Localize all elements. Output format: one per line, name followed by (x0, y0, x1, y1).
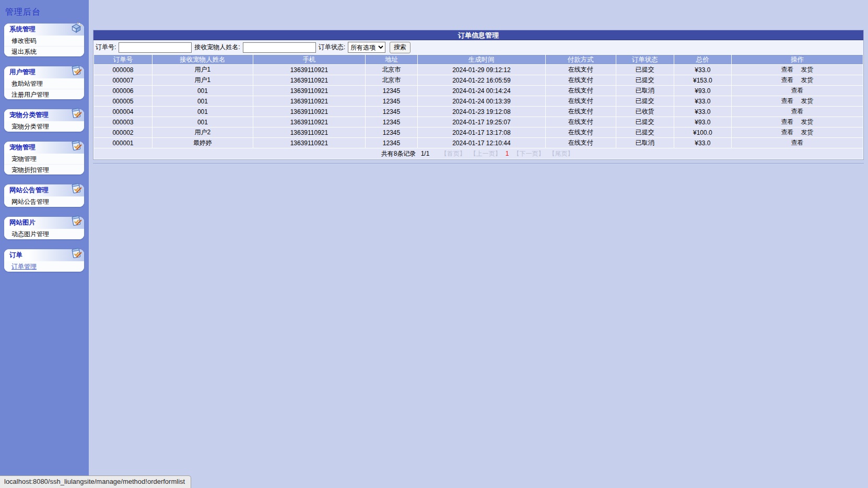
action-view-link[interactable]: 查看 (781, 66, 794, 73)
sidebar-item[interactable]: 宠物折扣管理 (4, 164, 84, 175)
status-select[interactable]: 所有选项 (348, 42, 385, 53)
cell-total-price: ¥33.0 (674, 107, 731, 117)
cell-order-no: 000004 (94, 107, 153, 117)
cell-actions: 查看 (732, 138, 863, 148)
panel-title-system: 系统管理 (9, 26, 36, 33)
action-view-link[interactable]: 查看 (791, 139, 804, 146)
cell-total-price: ¥100.0 (674, 127, 731, 138)
table-row: 000005 001 13639110921 12345 2024-01-24 … (94, 96, 863, 107)
sidebar-item[interactable]: 动态图片管理 (4, 229, 84, 239)
cell-phone: 13639110921 (253, 138, 365, 148)
cell-order-status: 已收货 (616, 107, 674, 117)
table-row: 000003 001 13639110921 12345 2024-01-17 … (94, 117, 863, 127)
cell-order-status: 已取消 (616, 138, 674, 148)
panel-title-orders: 订单 (9, 251, 22, 259)
sidebar-item[interactable]: 宠物分类管理 (4, 121, 84, 132)
cell-created-time: 2024-01-17 13:17:08 (418, 127, 546, 138)
action-ship-link[interactable]: 发货 (801, 129, 814, 136)
clipboard-edit-icon (70, 64, 83, 77)
clipboard-edit-icon (70, 140, 83, 152)
table-row: 000004 001 13639110921 12345 2024-01-23 … (94, 107, 863, 117)
main-content: 订单信息管理 订单号: 接收宠物人姓名: 订单状态: 所有选项 搜索 订单号接收… (89, 0, 868, 488)
cell-order-status: 已提交 (616, 75, 674, 86)
cell-order-no: 000002 (94, 127, 153, 138)
table-header-row: 订单号接收宠物人姓名手机地址生成时间付款方式订单状态总价操作 (94, 55, 863, 65)
sidebar-item[interactable]: 订单管理 (4, 261, 84, 272)
sidebar: 管理后台 系统管理 修改密码退出系统 用户管理 救助站管理注册用户管理 宠物分类… (0, 0, 89, 488)
action-ship-link[interactable]: 发货 (801, 97, 814, 104)
cell-payment-method: 在线支付 (545, 86, 616, 96)
cell-payment-method: 在线支付 (545, 107, 616, 117)
cell-actions: 查看 (732, 86, 863, 96)
cell-order-no: 000007 (94, 75, 153, 86)
search-button[interactable]: 搜索 (390, 42, 410, 53)
panel-title-pets: 宠物管理 (9, 144, 36, 151)
column-header: 总价 (674, 55, 731, 65)
cell-payment-method: 在线支付 (545, 117, 616, 127)
column-header: 手机 (253, 55, 365, 65)
page-indicator: 1/1 (421, 150, 430, 157)
action-view-link[interactable]: 查看 (781, 97, 794, 104)
cell-payment-method: 在线支付 (545, 75, 616, 86)
cell-total-price: ¥33.0 (674, 96, 731, 107)
panel-bottom-rule (93, 163, 864, 164)
pagination-links: 【首页】【上一页】1【下一页】【尾页】 (439, 150, 576, 157)
cell-receiver: 最婷婷 (152, 138, 253, 148)
sidebar-item[interactable]: 修改密码 (4, 36, 84, 46)
table-row: 000002 用户2 13639110921 12345 2024-01-17 … (94, 127, 863, 138)
column-header: 付款方式 (545, 55, 616, 65)
sidebar-item[interactable]: 退出系统 (4, 46, 84, 56)
cell-created-time: 2024-01-24 00:14:24 (418, 86, 546, 96)
clipboard-edit-icon (70, 182, 83, 195)
sidebar-item[interactable]: 注册用户管理 (4, 89, 84, 99)
sidebar-item[interactable]: 救助站管理 (4, 78, 84, 89)
pagination-bar: 共有8条记录 1/1 【首页】【上一页】1【下一页】【尾页】 (94, 148, 863, 159)
action-view-link[interactable]: 查看 (791, 87, 804, 94)
cell-order-status: 已提交 (616, 96, 674, 107)
action-ship-link[interactable]: 发货 (801, 76, 814, 84)
cell-receiver: 001 (152, 117, 253, 127)
search-toolbar: 订单号: 接收宠物人姓名: 订单状态: 所有选项 搜索 (93, 40, 863, 54)
table-row: 000008 用户1 13639110921 北京市 2024-01-29 09… (94, 65, 863, 75)
cell-phone: 13639110921 (253, 117, 365, 127)
clipboard-edit-icon (70, 107, 83, 120)
cell-total-price: ¥93.0 (674, 117, 731, 127)
menu-panel-pets: 宠物管理 宠物管理宠物折扣管理 (4, 142, 84, 175)
cell-order-no: 000008 (94, 65, 153, 75)
sidebar-item[interactable]: 网站公告管理 (4, 196, 84, 207)
panel-title-pet-category: 宠物分类管理 (9, 111, 49, 119)
order-no-input[interactable] (119, 42, 192, 53)
cell-phone: 13639110921 (253, 107, 365, 117)
cell-order-no: 000005 (94, 96, 153, 107)
action-view-link[interactable]: 查看 (781, 76, 794, 84)
table-row: 000001 最婷婷 13639110921 12345 2024-01-17 … (94, 138, 863, 148)
cell-actions: 查看发货 (732, 75, 863, 86)
action-view-link[interactable]: 查看 (781, 118, 794, 125)
receiver-input[interactable] (243, 42, 316, 53)
table-row: 000006 001 13639110921 12345 2024-01-24 … (94, 86, 863, 96)
cell-receiver: 001 (152, 96, 253, 107)
action-view-link[interactable]: 查看 (791, 108, 804, 115)
cell-created-time: 2024-01-23 19:12:08 (418, 107, 546, 117)
cell-address: 12345 (365, 127, 417, 138)
cell-order-status: 已提交 (616, 127, 674, 138)
action-ship-link[interactable]: 发货 (801, 66, 814, 73)
column-header: 操作 (732, 55, 863, 65)
cell-order-no: 000006 (94, 86, 153, 96)
cell-payment-method: 在线支付 (545, 127, 616, 138)
cell-address: 12345 (365, 107, 417, 117)
order-management-panel: 订单信息管理 订单号: 接收宠物人姓名: 订单状态: 所有选项 搜索 订单号接收… (93, 30, 864, 160)
menu-panel-orders: 订单 订单管理 (4, 249, 84, 272)
cell-total-price: ¥153.0 (674, 75, 731, 86)
cell-payment-method: 在线支付 (545, 96, 616, 107)
action-ship-link[interactable]: 发货 (801, 118, 814, 125)
cell-actions: 查看发货 (732, 127, 863, 138)
cell-payment-method: 在线支付 (545, 65, 616, 75)
cell-address: 12345 (365, 138, 417, 148)
cell-actions: 查看发货 (732, 117, 863, 127)
page-link[interactable]: 1 (506, 150, 509, 157)
cell-order-no: 000001 (94, 138, 153, 148)
action-view-link[interactable]: 查看 (781, 129, 794, 136)
page-link: 【下一页】 (513, 150, 544, 157)
sidebar-item[interactable]: 宠物管理 (4, 154, 84, 164)
